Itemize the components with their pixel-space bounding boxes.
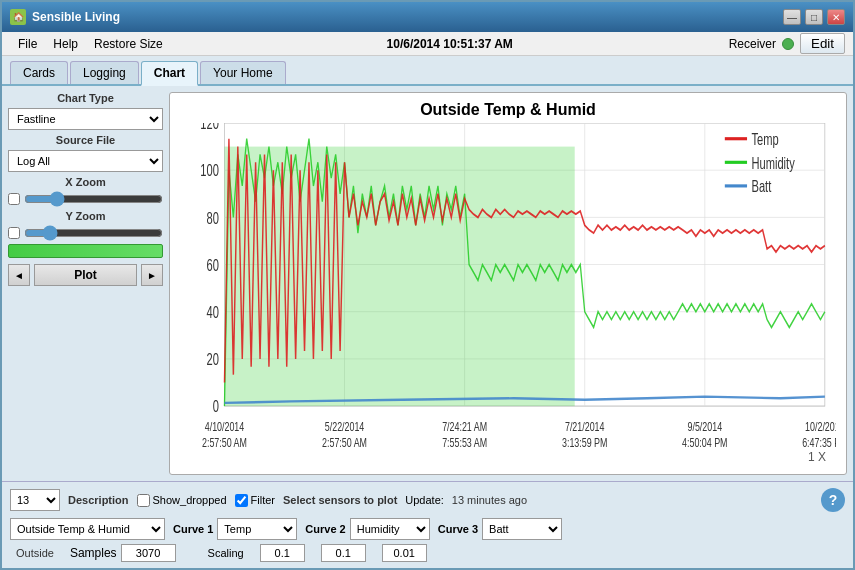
minimize-button[interactable]: — (783, 9, 801, 25)
menu-restore-size[interactable]: Restore Size (86, 35, 171, 53)
svg-text:2:57:50 AM: 2:57:50 AM (202, 435, 247, 449)
curve3-label: Curve 3 (438, 523, 478, 535)
svg-text:9/5/2014: 9/5/2014 (688, 420, 723, 434)
svg-text:Temp: Temp (751, 131, 778, 148)
app-icon: 🏠 (10, 9, 26, 25)
datetime-display: 10/6/2014 10:51:37 AM (387, 37, 513, 51)
edit-button[interactable]: Edit (800, 33, 845, 54)
svg-text:60: 60 (207, 257, 220, 274)
chart-type-label: Chart Type (8, 92, 163, 104)
tab-bar: Cards Logging Chart Your Home (2, 56, 853, 86)
tab-cards[interactable]: Cards (10, 61, 68, 84)
curve3-select[interactable]: Temp Humidity Batt (482, 518, 562, 540)
svg-text:5/22/2014: 5/22/2014 (325, 420, 365, 434)
sensor-name-select[interactable]: Outside Temp & Humid Inside Temp Basemen… (10, 518, 165, 540)
green-bar-indicator (8, 244, 163, 258)
svg-text:2:57:50 AM: 2:57:50 AM (322, 435, 367, 449)
x-zoom-row (8, 192, 163, 206)
svg-text:6:47:35 PM: 6:47:35 PM (802, 435, 836, 449)
help-button[interactable]: ? (821, 488, 845, 512)
plot-next-button[interactable]: ► (141, 264, 163, 286)
svg-text:4/10/2014: 4/10/2014 (205, 420, 245, 434)
show-dropped-check: Show_dropped (137, 494, 227, 507)
y-zoom-checkbox[interactable] (8, 227, 20, 239)
receiver-status-indicator (782, 38, 794, 50)
svg-text:100: 100 (200, 163, 219, 180)
scaling-label: Scaling (208, 547, 244, 559)
svg-text:7/24:21 AM: 7/24:21 AM (442, 420, 487, 434)
samples-input[interactable] (121, 544, 176, 562)
x-zoom-checkbox[interactable] (8, 193, 20, 205)
svg-text:10/2/2014: 10/2/2014 (805, 420, 836, 434)
svg-text:4:50:04 PM: 4:50:04 PM (682, 435, 727, 449)
source-file-label: Source File (8, 134, 163, 146)
samples-area: Samples (70, 544, 176, 562)
curve2-select[interactable]: Temp Humidity Batt (350, 518, 430, 540)
curve2-label: Curve 2 (305, 523, 345, 535)
filter-text: Filter (251, 494, 275, 506)
tab-logging[interactable]: Logging (70, 61, 139, 84)
show-dropped-checkbox[interactable] (137, 494, 150, 507)
curve1-group: Curve 1 Temp Humidity Batt (173, 518, 297, 540)
window-controls: — □ ✕ (783, 9, 845, 25)
x-zoom-slider[interactable] (24, 192, 163, 206)
svg-text:40: 40 (207, 304, 220, 321)
curve3-group: Curve 3 Temp Humidity Batt (438, 518, 562, 540)
chart-svg: 120 100 80 60 40 20 0 4/10/2014 2:57:50 … (180, 123, 836, 469)
source-file-select[interactable]: Log All Log 1 Log 2 (8, 150, 163, 172)
bottom-row2: Outside Temp & Humid Inside Temp Basemen… (10, 518, 845, 540)
svg-text:3:13:59 PM: 3:13:59 PM (562, 435, 607, 449)
title-bar: 🏠 Sensible Living — □ ✕ (2, 2, 853, 32)
svg-text:80: 80 (207, 210, 220, 227)
filter-check: Filter (235, 494, 275, 507)
plot-button[interactable]: Plot (34, 264, 137, 286)
curve1-select[interactable]: Temp Humidity Batt (217, 518, 297, 540)
update-label: Update: (405, 494, 444, 506)
left-panel: Chart Type Fastline Line Bar Source File… (8, 92, 163, 475)
tab-your-home[interactable]: Your Home (200, 61, 286, 84)
receiver-label: Receiver (729, 37, 776, 51)
update-value: 13 minutes ago (452, 494, 527, 506)
menu-help[interactable]: Help (45, 35, 86, 53)
svg-rect-37 (224, 147, 574, 407)
svg-text:0: 0 (213, 399, 220, 416)
svg-text:Humidity: Humidity (751, 155, 794, 172)
y-zoom-label: Y Zoom (8, 210, 163, 222)
receiver-area: Receiver Edit (729, 33, 845, 54)
main-window: 🏠 Sensible Living — □ ✕ File Help Restor… (0, 0, 855, 570)
location-label: Outside (16, 547, 54, 559)
curve2-group: Curve 2 Temp Humidity Batt (305, 518, 429, 540)
chart-title: Outside Temp & Humid (170, 93, 846, 123)
scaling2-input[interactable] (321, 544, 366, 562)
curve1-label: Curve 1 (173, 523, 213, 535)
bottom-row3: Outside Samples Scaling (10, 544, 845, 562)
svg-text:20: 20 (207, 351, 220, 368)
menu-file[interactable]: File (10, 35, 45, 53)
svg-text:Batt: Batt (751, 178, 771, 195)
svg-text:120: 120 (200, 123, 219, 133)
main-content: Chart Type Fastline Line Bar Source File… (2, 86, 853, 481)
scaling1-input[interactable] (260, 544, 305, 562)
chart-canvas: 120 100 80 60 40 20 0 4/10/2014 2:57:50 … (170, 123, 846, 474)
svg-text:7/21/2014: 7/21/2014 (565, 420, 605, 434)
y-zoom-slider[interactable] (24, 226, 163, 240)
x-zoom-label: X Zoom (8, 176, 163, 188)
select-sensors-label: Select sensors to plot (283, 494, 397, 506)
sensor-number-select[interactable]: 13 (10, 489, 60, 511)
samples-label: Samples (70, 546, 117, 560)
chart-type-select[interactable]: Fastline Line Bar (8, 108, 163, 130)
chart-area: Outside Temp & Humid (169, 92, 847, 475)
show-dropped-text: Show_dropped (153, 494, 227, 506)
bottom-row1: 13 Description Show_dropped Filter Selec… (10, 488, 845, 512)
filter-checkbox[interactable] (235, 494, 248, 507)
tab-chart[interactable]: Chart (141, 61, 198, 86)
plot-prev-button[interactable]: ◄ (8, 264, 30, 286)
y-zoom-row (8, 226, 163, 240)
scaling3-input[interactable] (382, 544, 427, 562)
plot-controls: ◄ Plot ► (8, 264, 163, 286)
maximize-button[interactable]: □ (805, 9, 823, 25)
zoom-display: 1 X (808, 450, 826, 464)
close-button[interactable]: ✕ (827, 9, 845, 25)
svg-text:7:55:53 AM: 7:55:53 AM (442, 435, 487, 449)
menu-bar: File Help Restore Size 10/6/2014 10:51:3… (2, 32, 853, 56)
